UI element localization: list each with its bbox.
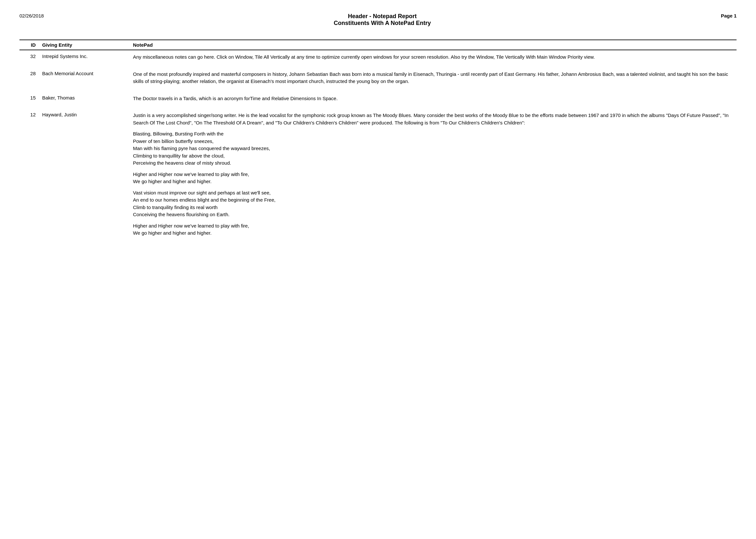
row-notepad: Justin is a very accomplished singer/son… <box>130 109 736 243</box>
row-giving-entity: Bach Memorial Account <box>39 67 130 92</box>
report-table: ID Giving Entity NotePad 32Intrepid Syst… <box>20 39 736 243</box>
report-date: 02/26/2018 <box>20 13 44 19</box>
col-header-giving-entity: Giving Entity <box>39 40 130 50</box>
notepad-paragraph: Higher and Higher now we've learned to p… <box>133 171 733 186</box>
page-number: Page 1 <box>721 13 736 19</box>
col-header-id: ID <box>20 40 39 50</box>
report-title: Header - Notepad Report Constituents Wit… <box>44 13 721 27</box>
col-header-notepad: NotePad <box>130 40 736 50</box>
row-id: 12 <box>20 109 39 243</box>
row-notepad: The Doctor travels in a Tardis, which is… <box>130 92 736 109</box>
row-giving-entity: Hayward, Justin <box>39 109 130 243</box>
page-header: 02/26/2018 Header - Notepad Report Const… <box>20 13 736 27</box>
row-id: 28 <box>20 67 39 92</box>
notepad-paragraph: Any miscellaneous notes can go here. Cli… <box>133 53 733 61</box>
row-id: 32 <box>20 50 39 67</box>
notepad-paragraph: Higher and Higher now we've learned to p… <box>133 222 733 237</box>
table-row: 32Intrepid Systems Inc.Any miscellaneous… <box>20 50 736 67</box>
notepad-paragraph: Vast vision must improve our sight and p… <box>133 189 733 218</box>
table-row: 12Hayward, JustinJustin is a very accomp… <box>20 109 736 243</box>
notepad-paragraph: Blasting, Billowing, Bursting Forth with… <box>133 130 733 167</box>
notepad-paragraph: The Doctor travels in a Tardis, which is… <box>133 95 733 103</box>
report-title-line2: Constituents With A NotePad Entry <box>44 20 721 27</box>
notepad-paragraph: One of the most profoundly inspired and … <box>133 71 733 85</box>
row-notepad: Any miscellaneous notes can go here. Cli… <box>130 50 736 67</box>
column-header-row: ID Giving Entity NotePad <box>20 40 736 50</box>
row-id: 15 <box>20 92 39 109</box>
row-giving-entity: Baker, Thomas <box>39 92 130 109</box>
notepad-paragraph: Justin is a very accomplished singer/son… <box>133 112 733 126</box>
report-title-line1: Header - Notepad Report <box>44 13 721 20</box>
table-row: 15Baker, ThomasThe Doctor travels in a T… <box>20 92 736 109</box>
row-giving-entity: Intrepid Systems Inc. <box>39 50 130 67</box>
table-row: 28Bach Memorial AccountOne of the most p… <box>20 67 736 92</box>
row-notepad: One of the most profoundly inspired and … <box>130 67 736 92</box>
